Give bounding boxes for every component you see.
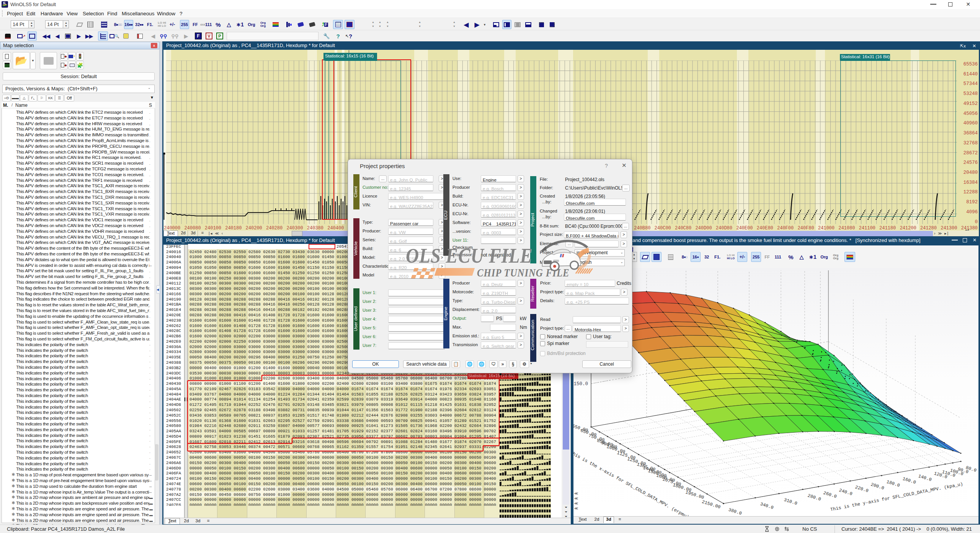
svg-text:160.0: 160.0 <box>902 476 917 485</box>
svg-text:380.0: 380.0 <box>728 507 743 516</box>
svg-text:180.0: 180.0 <box>886 479 901 488</box>
svg-text:310.0: 310.0 <box>783 497 798 506</box>
svg-text:1950.00: 1950.00 <box>685 490 705 500</box>
svg-text:200.0: 200.0 <box>870 482 885 491</box>
svg-text:260.0: 260.0 <box>823 490 838 499</box>
svg-text:280.0: 280.0 <box>807 493 822 502</box>
svg-text:240.0: 240.0 <box>838 487 853 497</box>
svg-text:340.0: 340.0 <box>760 501 774 510</box>
svg-text:150.0: 150.0 <box>573 381 588 387</box>
svg-text:220.0: 220.0 <box>854 484 869 494</box>
svg-text:2150.00: 2150.00 <box>701 499 721 510</box>
svg-text:140.0: 140.0 <box>918 473 933 482</box>
